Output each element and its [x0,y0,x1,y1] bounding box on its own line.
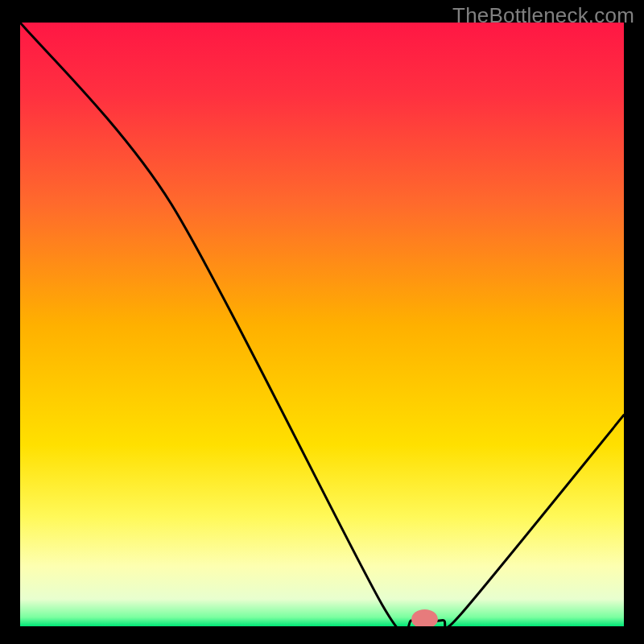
bottleneck-plot [20,23,624,626]
chart-frame: TheBottleneck.com [0,0,644,644]
plot-background [20,23,624,626]
